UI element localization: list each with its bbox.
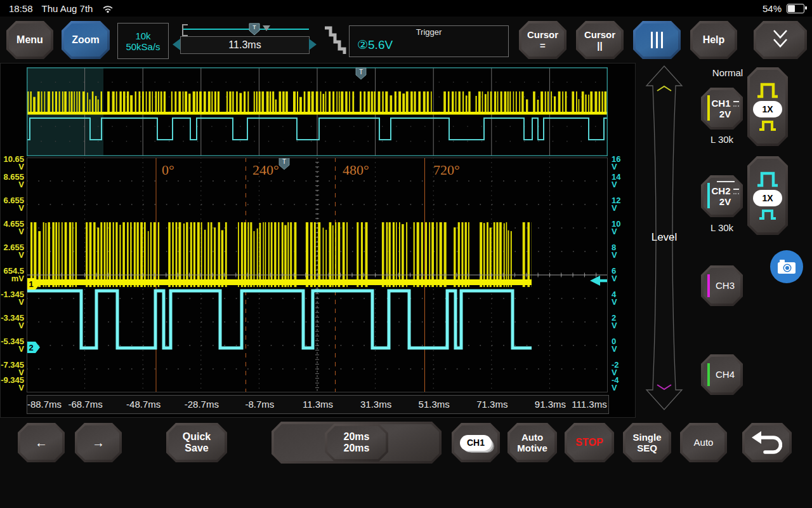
memory-sample-rate-box[interactable]: 10k 50kSa/s [117, 23, 169, 59]
left-arrow-icon: ← [35, 436, 48, 450]
ch2-probe-button[interactable]: 1X [747, 156, 788, 235]
dc-coupling-icon [733, 101, 739, 107]
trigger-source-button[interactable]: CH1 [452, 423, 500, 462]
voltage-tick-label: -2V [612, 361, 636, 377]
voltage-tick-label: 4.655V [0, 220, 24, 236]
camera-icon [777, 259, 796, 274]
voltage-tick-label: -4V [612, 377, 636, 392]
ch1-probe-button[interactable]: 1X [747, 67, 788, 146]
voltage-tick-label: 2.655V [0, 244, 24, 259]
voltage-tick-label: -5.345V [0, 338, 24, 353]
menu-button[interactable]: Menu [6, 21, 53, 59]
voltage-tick-label: 2V [612, 314, 636, 330]
ch1-button[interactable]: CH1 2V [701, 88, 743, 130]
sample-rate: 50kSa/s [126, 41, 160, 52]
record-start-bracket-icon [182, 24, 188, 36]
battery-percent: 54% [763, 3, 782, 14]
voltage-tick-label: 6.655V [0, 197, 24, 212]
ch3-button[interactable]: CH3 [701, 265, 743, 306]
oscilloscope-app: 18:58 Thu Aug 7th 54% Menu Zoom 10k 50kS… [0, 0, 812, 508]
history-back-button[interactable]: ← [18, 423, 65, 462]
svg-text:1: 1 [29, 279, 33, 289]
ch4-button[interactable]: CH4 [701, 354, 743, 395]
voltage-tick-label: -3.345V [0, 314, 24, 330]
ch2-button[interactable]: CH2 2V [701, 175, 743, 217]
view-position-marker-icon [263, 25, 270, 31]
trigger-label: Trigger [416, 27, 442, 37]
battery-icon [787, 4, 804, 13]
record-bar [183, 29, 309, 30]
voltage-tick-label: 10V [612, 220, 636, 236]
ch1-memory-label: L 30k [699, 134, 745, 145]
zoom-timebase: 20ms [344, 443, 370, 454]
voltage-tick-label: 0V [612, 338, 636, 353]
falling-edge-icon[interactable] [320, 25, 347, 57]
svg-text:T: T [252, 24, 256, 30]
voltage-tick-label: 654.5mV [0, 267, 24, 283]
double-chevron-down-icon [769, 28, 792, 52]
help-button[interactable]: Help [690, 21, 737, 59]
auto-motive-button[interactable]: Auto Motive [508, 423, 557, 462]
scroll-left-arrow-icon[interactable] [173, 39, 180, 50]
time-tick-label: -8.7ms [245, 399, 274, 410]
ch2-voltage-axis: 16V14V12V10V8V6V4V2V0V-2V-4V [610, 157, 633, 392]
pulse-up-icon [756, 81, 780, 99]
horizontal-position-display[interactable]: 11.3ms [180, 36, 310, 54]
ch1-voltage-axis: 10.65V8.655V6.655V4.655V2.655V654.5mV-1.… [0, 157, 25, 392]
voltage-tick-label: 14V [612, 173, 636, 189]
dc-coupling-icon [733, 189, 739, 194]
zoom-button[interactable]: Zoom [62, 21, 110, 59]
collapse-toolbar-button[interactable] [754, 21, 807, 59]
camera-button[interactable] [770, 250, 803, 283]
voltage-tick-label: 6V [612, 267, 636, 283]
pulse-small-icon [758, 119, 777, 132]
ch1-probe-ratio: 1X [753, 101, 782, 117]
timebase-button[interactable]: 20ms 20ms [325, 424, 388, 462]
ch2-probe-ratio: 1X [753, 190, 782, 206]
cursor-horizontal-button[interactable]: Cursor = [519, 21, 566, 59]
time-axis: -88.7ms-68.7ms-48.7ms-28.7ms-8.7ms11.3ms… [27, 395, 609, 414]
clock: 18:58 [9, 3, 33, 14]
trigger-level-value: ②5.6V [357, 37, 393, 52]
voltage-tick-label: 8.655V [0, 173, 24, 189]
trigger-source-badge: CH1 [460, 435, 492, 451]
run-stop-button[interactable]: STOP [565, 423, 614, 462]
main-timebase: 20ms [344, 431, 370, 443]
sidebar-toggle-button[interactable] [633, 21, 681, 59]
voltage-tick-label: -7.345V [0, 361, 24, 377]
horizontal-position-widget[interactable]: T 11.3ms [176, 19, 320, 58]
undo-arrow-icon [752, 429, 782, 456]
stop-state-label: STOP [575, 437, 603, 448]
trigger-info-box[interactable]: Trigger ②5.6V [349, 25, 509, 57]
scroll-right-arrow-icon[interactable] [309, 39, 317, 50]
voltage-tick-label: 16V [612, 156, 636, 171]
voltage-tick-label: 8V [612, 244, 636, 259]
time-tick-label: 111.3ms [572, 399, 606, 410]
cursor-vertical-button[interactable]: Cursor || [576, 21, 624, 59]
svg-text:0°: 0° [162, 162, 174, 178]
three-vertical-bars-icon [651, 32, 663, 48]
svg-text:T: T [282, 158, 286, 165]
history-forward-button[interactable]: → [75, 423, 122, 462]
overview-display[interactable]: T [27, 67, 608, 156]
level-slider[interactable]: Level [638, 64, 691, 411]
voltage-tick-label: 10.65V [0, 156, 24, 171]
time-tick-label: -28.7ms [185, 399, 219, 410]
quick-save-button[interactable]: Quick Save [166, 423, 227, 462]
wifi-icon [102, 3, 114, 13]
ch2-scale: 2V [713, 196, 731, 207]
main-waveform-display[interactable]: 0°240°480°720°12T [27, 157, 608, 392]
return-button[interactable] [742, 423, 792, 462]
single-seq-button[interactable]: Single SEQ [623, 423, 671, 462]
time-tick-label: 91.3ms [535, 399, 566, 410]
svg-text:720°: 720° [433, 162, 460, 178]
time-tick-label: 51.3ms [419, 399, 450, 410]
svg-text:Level: Level [652, 231, 678, 243]
auto-setup-button[interactable]: Auto [680, 423, 727, 462]
voltage-tick-label: -9.345V [0, 377, 24, 392]
trigger-position-marker-icon[interactable]: T [249, 23, 260, 36]
voltage-tick-label: 4V [612, 291, 636, 306]
voltage-tick-label: -1.345V [0, 291, 24, 306]
svg-text:2: 2 [29, 343, 33, 352]
svg-text:T: T [359, 69, 363, 76]
